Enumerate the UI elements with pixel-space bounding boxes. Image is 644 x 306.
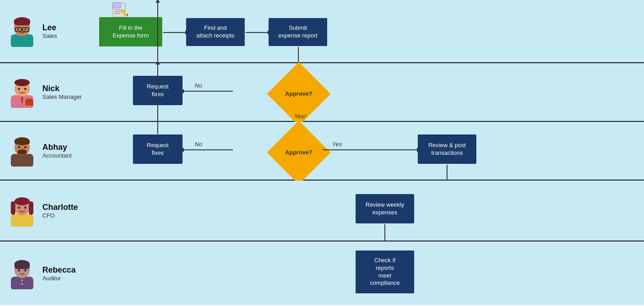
svg-rect-31 — [11, 214, 33, 227]
actor-lee-name: Lee — [42, 23, 57, 32]
no-label-abhay: No — [195, 141, 202, 148]
swimlane-rebecca: Rebecca Auditor Check ifreportsmeetcompl… — [0, 241, 644, 305]
actor-lee: Lee Sales — [0, 15, 90, 47]
svg-point-36 — [18, 206, 20, 209]
arrow-find-to-submit — [246, 32, 268, 33]
review-post-box: Review & posttransactions — [418, 134, 476, 164]
actor-lee-info: Lee Sales — [42, 23, 57, 39]
actor-abhay-role: Accountant — [42, 152, 72, 159]
svg-rect-24 — [11, 154, 33, 167]
svg-point-29 — [18, 146, 20, 148]
actor-charlotte-info: Charlotte CFO — [42, 203, 78, 219]
actor-nick-info: Nick Sales Manager — [42, 84, 82, 100]
avatar-rebecca — [6, 258, 38, 289]
swimlane-lee: Lee Sales Fill in theExpense — [0, 0, 644, 63]
svg-rect-0 — [11, 34, 33, 47]
swimlane-nick: Nick Sales Manager Requestfixes No Appro… — [0, 63, 644, 122]
svg-point-23 — [24, 88, 27, 90]
actor-rebecca-role: Auditor — [42, 275, 76, 282]
actor-lee-role: Sales — [42, 32, 57, 39]
document-icon — [109, 2, 132, 18]
flow-area-nick: Requestfixes No Approve? Yes! — [90, 63, 644, 121]
actor-charlotte-role: CFO — [42, 212, 78, 219]
swimlane-abhay: Abhay Accountant Requestfixes No Approve… — [0, 122, 644, 181]
svg-rect-3 — [14, 20, 30, 25]
avatar-charlotte — [6, 195, 38, 227]
no-label-nick: No — [195, 82, 202, 89]
find-receipts-box: Find andattach receipts — [186, 18, 245, 46]
flow-area-abhay: Requestfixes No Approve? Yes Review & po… — [90, 122, 644, 180]
actor-charlotte-name: Charlotte — [42, 203, 78, 212]
flow-area-lee: Fill in theExpense form Find andattach r… — [90, 0, 644, 62]
yes-label-nick: Yes! — [294, 113, 306, 120]
svg-point-40 — [21, 283, 23, 285]
svg-point-7 — [17, 28, 19, 30]
svg-rect-34 — [11, 201, 15, 215]
approve-abhay-text: Approve? — [285, 148, 312, 156]
avatar-nick — [6, 76, 38, 108]
svg-rect-27 — [14, 140, 30, 144]
yes-label-abhay: Yes — [332, 141, 342, 148]
actor-nick-name: Nick — [42, 84, 82, 93]
actor-rebecca-name: Rebecca — [42, 265, 76, 275]
arrow-no-nick — [183, 91, 233, 92]
actor-rebecca-info: Rebecca Auditor — [42, 265, 76, 282]
approve-nick-text: Approve? — [285, 90, 312, 97]
arrow-no-abhay — [183, 149, 233, 150]
arrow-yes-abhay — [323, 149, 417, 150]
avatar-lee — [6, 15, 38, 47]
flow-area-charlotte: Review weeklyexpenses — [90, 181, 644, 241]
diamond-abhay: Approve? — [267, 121, 330, 184]
actor-nick-role: Sales Manager — [42, 93, 82, 100]
svg-rect-35 — [29, 201, 33, 215]
submit-report-box: Submitexpense report — [269, 18, 327, 46]
actor-abhay: Abhay Accountant — [0, 135, 90, 167]
review-weekly-box: Review weeklyexpenses — [356, 194, 414, 223]
svg-point-33 — [14, 197, 30, 205]
avatar-abhay — [6, 135, 38, 167]
svg-rect-18 — [27, 99, 32, 101]
actor-abhay-info: Abhay Accountant — [42, 143, 72, 159]
svg-point-30 — [24, 146, 27, 148]
arrow-abhay-fixes-up — [157, 64, 158, 134]
actor-nick: Nick Sales Manager — [0, 76, 90, 108]
actor-charlotte: Charlotte CFO — [0, 195, 90, 227]
actor-abhay-name: Abhay — [42, 143, 72, 152]
svg-point-37 — [24, 206, 27, 209]
svg-point-28 — [17, 149, 27, 155]
arrow-fill-to-find — [163, 32, 186, 33]
request-fixes-abhay-box: Requestfixes — [133, 134, 183, 164]
approve-diamond-nick: Approve? — [275, 70, 322, 117]
actor-rebecca: Rebecca Auditor — [0, 258, 90, 289]
svg-point-21 — [14, 79, 30, 86]
swimlane-charlotte: Charlotte CFO Review weeklyexpenses — [0, 181, 644, 241]
fill-expense-box: Fill in theExpense form — [99, 17, 162, 46]
check-compliance-box: Check ifreportsmeetcompliance — [356, 250, 414, 293]
svg-rect-10 — [113, 3, 121, 8]
svg-point-22 — [18, 88, 20, 90]
flow-area-rebecca: Check ifreportsmeetcompliance — [90, 241, 644, 305]
swimlane-container: Lee Sales Fill in theExpense — [0, 0, 644, 306]
svg-point-45 — [24, 269, 27, 271]
approve-diamond-abhay: Approve? — [275, 129, 322, 176]
svg-point-8 — [24, 28, 26, 30]
svg-point-39 — [21, 279, 23, 281]
svg-rect-43 — [14, 263, 30, 269]
svg-point-44 — [18, 269, 20, 271]
